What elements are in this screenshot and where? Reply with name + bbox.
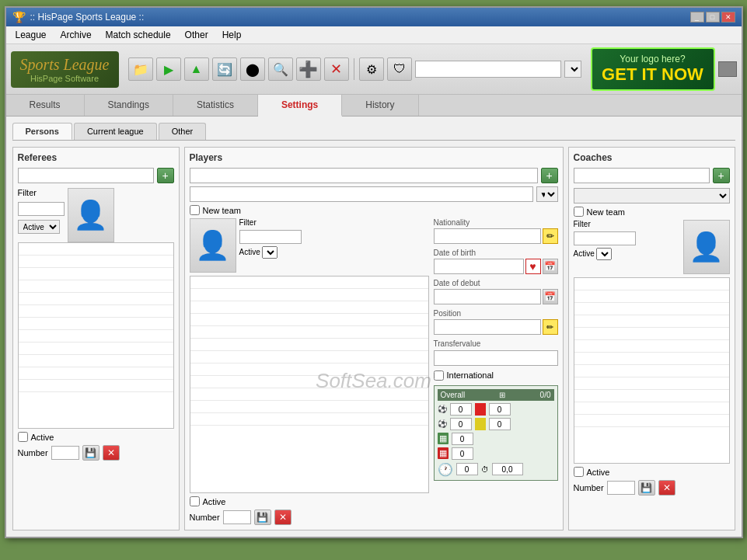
list-item: [19, 355, 173, 367]
coaches-search-input[interactable]: [574, 168, 710, 183]
list-item: [19, 268, 173, 280]
dod-input[interactable]: / /: [434, 289, 541, 304]
dob-input[interactable]: / /: [434, 259, 524, 274]
menu-league[interactable]: League: [9, 28, 53, 42]
close-button[interactable]: ✕: [721, 12, 735, 23]
players-new-team-checkbox[interactable]: [190, 205, 200, 215]
international-checkbox[interactable]: [434, 370, 444, 381]
subtab-persons[interactable]: Persons: [12, 123, 72, 140]
referees-list[interactable]: [18, 242, 174, 429]
list-item: [19, 367, 173, 380]
coaches-number-label: Number: [574, 483, 604, 492]
coaches-search-row: +: [574, 168, 730, 183]
subtab-current-league[interactable]: Current league: [74, 123, 157, 140]
referees-number-input[interactable]: 0: [51, 446, 79, 460]
coaches-filter-select[interactable]: ▼: [596, 248, 612, 260]
coaches-active-checkbox[interactable]: [574, 467, 584, 477]
list-item: [19, 293, 173, 305]
referees-save-btn[interactable]: 💾: [82, 445, 99, 461]
toolbar-folder-btn[interactable]: 📁: [128, 57, 153, 81]
coaches-delete-btn[interactable]: ✕: [658, 480, 675, 496]
players-filter-select[interactable]: ▼: [262, 246, 278, 259]
players-save-btn[interactable]: 💾: [254, 510, 271, 525]
referees-delete-btn[interactable]: ✕: [103, 445, 120, 461]
menu-help[interactable]: Help: [216, 28, 248, 42]
players-filter-input[interactable]: [239, 230, 302, 244]
logo-name: Sports League: [20, 56, 110, 74]
coaches-dropdown[interactable]: [574, 188, 730, 203]
list-item: [190, 351, 428, 363]
coaches-list[interactable]: [574, 277, 730, 464]
referees-active-checkbox[interactable]: [18, 432, 28, 442]
referees-add-btn[interactable]: +: [157, 168, 174, 183]
toolbar-circle-btn[interactable]: ⬤: [240, 57, 265, 81]
list-item: [19, 305, 173, 318]
referees-filter-input[interactable]: [18, 202, 65, 216]
referees-panel: Referees + Filter Active: [12, 147, 180, 530]
tab-results[interactable]: Results: [6, 95, 85, 116]
list-item: [190, 339, 428, 351]
players-number-input[interactable]: 0: [223, 510, 251, 524]
coaches-filter-input[interactable]: [574, 231, 636, 245]
referees-filter-select[interactable]: Active: [18, 220, 60, 234]
referees-filter-area: Filter Active: [18, 188, 65, 242]
menu-other[interactable]: Other: [179, 28, 215, 42]
toolbar-refresh-btn[interactable]: 🔄: [212, 57, 237, 81]
list-item: [574, 353, 729, 365]
toolbar-play-btn[interactable]: ▶: [156, 57, 181, 81]
dod-cal-btn[interactable]: 📅: [543, 289, 558, 304]
search-dropdown[interactable]: [564, 61, 581, 78]
referees-active-label: Active: [31, 433, 54, 442]
toolbar-triangle-btn[interactable]: ▲: [184, 57, 209, 81]
players-name-dropdown[interactable]: ▼: [536, 186, 558, 202]
toolbar-shield-btn[interactable]: 🛡: [387, 57, 412, 81]
players-panel: Players SoftSea.com + ▼ New team: [184, 147, 564, 530]
coaches-save-btn[interactable]: 💾: [638, 480, 655, 496]
players-add-btn[interactable]: +: [541, 168, 558, 183]
list-item: [19, 243, 173, 256]
referees-search-input[interactable]: [18, 168, 154, 183]
tab-history[interactable]: History: [342, 95, 418, 116]
stats-overall-value: 0/0: [540, 391, 551, 399]
coaches-number-input[interactable]: 0: [607, 481, 635, 495]
referees-filter-photo: Filter Active 👤: [18, 188, 174, 242]
coaches-number-row: Number 0 💾 ✕: [574, 480, 730, 496]
position-input[interactable]: [434, 319, 541, 335]
players-search-input[interactable]: SoftSea.com: [190, 168, 538, 183]
menu-match-schedule[interactable]: Match schedule: [99, 28, 177, 42]
players-delete-btn[interactable]: ✕: [274, 510, 291, 525]
coaches-new-team-checkbox[interactable]: [574, 207, 584, 217]
players-bottom-row: Active: [190, 496, 558, 506]
minimize-button[interactable]: _: [690, 12, 704, 23]
players-name-input[interactable]: [190, 186, 533, 202]
tab-statistics[interactable]: Statistics: [173, 95, 258, 116]
position-edit-btn[interactable]: ✏: [543, 319, 558, 335]
subtab-other[interactable]: Other: [159, 123, 207, 140]
dob-cal-btn[interactable]: 📅: [543, 259, 558, 274]
players-active-checkbox[interactable]: [190, 496, 200, 506]
referees-bottom-row: Active: [18, 432, 174, 442]
list-item: [190, 301, 428, 314]
corner-btn[interactable]: [718, 61, 737, 77]
tab-standings[interactable]: Standings: [85, 95, 173, 116]
players-list[interactable]: [190, 276, 429, 493]
menu-archive[interactable]: Archive: [54, 28, 98, 42]
tab-settings[interactable]: Settings: [258, 95, 342, 117]
search-input[interactable]: [415, 61, 561, 78]
toolbar-settings-btn[interactable]: ⚙: [359, 57, 384, 81]
nationality-edit-btn[interactable]: ✏: [543, 228, 558, 244]
dob-group: Date of birth / / ♥ 📅: [434, 249, 558, 274]
dob-heart-btn[interactable]: ♥: [525, 259, 541, 274]
toolbar-add-btn[interactable]: ➕: [296, 57, 321, 81]
stats-last-val: 0,0: [492, 463, 523, 475]
transfer-input[interactable]: [434, 350, 558, 366]
toolbar-delete-btn[interactable]: ✕: [324, 57, 349, 81]
toolbar-search-btn[interactable]: 🔍: [268, 57, 293, 81]
stats-row-3: ▦ 0: [438, 433, 554, 445]
players-filter-label: Filter: [239, 218, 429, 227]
coaches-add-btn[interactable]: +: [713, 168, 730, 183]
ad-banner[interactable]: Your logo here? GET IT NOW: [591, 47, 715, 91]
maximize-button[interactable]: □: [706, 12, 720, 23]
nationality-input[interactable]: [434, 228, 541, 244]
stats-row-2: ⚽ 0 0: [438, 418, 554, 430]
